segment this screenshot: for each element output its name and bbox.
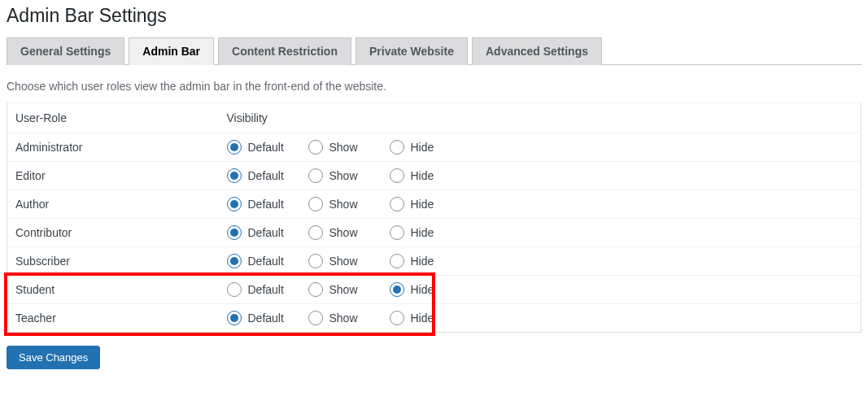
radio-label-hide: Hide (411, 169, 434, 182)
visibility-options: DefaultShowHide (219, 133, 861, 162)
radio-label-show: Show (329, 226, 358, 239)
radio-label-default: Default (248, 169, 284, 182)
radio-default[interactable]: Default (227, 254, 308, 268)
table-wrap: User-Role Visibility AdministratorDefaul… (7, 102, 861, 333)
radio-label-default: Default (248, 198, 284, 211)
visibility-options: DefaultShowHide (219, 276, 861, 304)
radio-hide[interactable]: Hide (390, 197, 471, 211)
radio-label-hide: Hide (411, 226, 434, 239)
radio-show[interactable]: Show (308, 254, 390, 268)
radio-default[interactable]: Default (227, 197, 308, 211)
visibility-options: DefaultShowHide (219, 219, 861, 247)
radio-input-default[interactable] (227, 140, 242, 155)
radio-label-hide: Hide (411, 255, 434, 268)
radio-default[interactable]: Default (227, 311, 308, 325)
radio-label-show: Show (329, 312, 358, 325)
tab-general-settings[interactable]: General Settings (7, 37, 124, 65)
radio-hide[interactable]: Hide (390, 254, 471, 268)
settings-table: User-Role Visibility AdministratorDefaul… (7, 102, 861, 333)
radio-label-default: Default (248, 283, 284, 296)
description-text: Choose which user roles view the admin b… (7, 80, 861, 93)
radio-input-hide[interactable] (390, 311, 404, 325)
radio-input-hide[interactable] (390, 140, 404, 155)
radio-input-show[interactable] (308, 225, 323, 240)
radio-show[interactable]: Show (308, 225, 390, 240)
radio-input-show[interactable] (308, 282, 323, 297)
role-label: Contributor (7, 219, 219, 247)
page-title: Admin Bar Settings (7, 5, 861, 27)
nav-tabs: General SettingsAdmin BarContent Restric… (7, 37, 861, 65)
radio-input-default[interactable] (227, 311, 242, 325)
role-label: Editor (7, 162, 219, 190)
table-row: AuthorDefaultShowHide (7, 190, 861, 219)
radio-show[interactable]: Show (308, 282, 390, 297)
table-row: SubscriberDefaultShowHide (7, 247, 861, 276)
role-label: Subscriber (7, 247, 219, 276)
radio-default[interactable]: Default (227, 282, 308, 297)
radio-label-hide: Hide (411, 198, 434, 211)
radio-label-default: Default (248, 312, 284, 325)
radio-input-show[interactable] (308, 197, 323, 211)
radio-input-hide[interactable] (390, 282, 404, 297)
radio-hide[interactable]: Hide (390, 140, 471, 155)
role-label: Author (7, 190, 219, 219)
radio-input-hide[interactable] (390, 197, 404, 211)
radio-label-show: Show (329, 198, 358, 211)
radio-label-hide: Hide (411, 312, 434, 325)
table-row: TeacherDefaultShowHide (7, 304, 861, 333)
radio-default[interactable]: Default (227, 140, 308, 155)
visibility-options: DefaultShowHide (219, 162, 861, 190)
role-label: Student (7, 276, 219, 304)
radio-show[interactable]: Show (308, 197, 390, 211)
radio-input-hide[interactable] (390, 168, 404, 183)
save-changes-button[interactable]: Save Changes (7, 346, 100, 369)
radio-input-default[interactable] (227, 254, 242, 268)
header-visibility: Visibility (219, 103, 861, 133)
radio-input-show[interactable] (308, 254, 323, 268)
radio-label-show: Show (329, 169, 358, 182)
radio-hide[interactable]: Hide (390, 282, 471, 297)
table-row: StudentDefaultShowHide (7, 276, 861, 304)
radio-label-hide: Hide (411, 283, 434, 296)
radio-default[interactable]: Default (227, 168, 308, 183)
radio-hide[interactable]: Hide (390, 225, 471, 240)
radio-input-show[interactable] (308, 311, 323, 325)
radio-label-default: Default (248, 226, 284, 239)
radio-input-default[interactable] (227, 225, 242, 240)
radio-hide[interactable]: Hide (390, 311, 471, 325)
table-row: AdministratorDefaultShowHide (7, 133, 861, 162)
table-header-row: User-Role Visibility (7, 103, 861, 133)
visibility-options: DefaultShowHide (219, 247, 861, 276)
radio-default[interactable]: Default (227, 225, 308, 240)
radio-input-show[interactable] (308, 140, 323, 155)
role-label: Administrator (7, 133, 219, 162)
tab-admin-bar[interactable]: Admin Bar (129, 37, 214, 65)
table-row: ContributorDefaultShowHide (7, 219, 861, 247)
role-label: Teacher (7, 304, 219, 333)
radio-label-hide: Hide (411, 141, 434, 154)
visibility-options: DefaultShowHide (219, 190, 861, 219)
tab-private-website[interactable]: Private Website (355, 37, 468, 65)
radio-label-default: Default (248, 141, 284, 154)
radio-show[interactable]: Show (308, 168, 390, 183)
radio-label-default: Default (248, 255, 284, 268)
radio-input-default[interactable] (227, 197, 242, 211)
radio-show[interactable]: Show (308, 140, 390, 155)
table-row: EditorDefaultShowHide (7, 162, 861, 190)
radio-hide[interactable]: Hide (390, 168, 471, 183)
radio-input-default[interactable] (227, 168, 242, 183)
header-user-role: User-Role (7, 103, 219, 133)
radio-label-show: Show (329, 141, 358, 154)
radio-input-show[interactable] (308, 168, 323, 183)
radio-input-hide[interactable] (390, 225, 404, 240)
radio-show[interactable]: Show (308, 311, 390, 325)
tab-advanced-settings[interactable]: Advanced Settings (472, 37, 602, 65)
radio-label-show: Show (329, 283, 358, 296)
radio-label-show: Show (329, 255, 358, 268)
visibility-options: DefaultShowHide (219, 304, 861, 333)
radio-input-hide[interactable] (390, 254, 404, 268)
tab-content-restriction[interactable]: Content Restriction (218, 37, 351, 65)
radio-input-default[interactable] (227, 282, 242, 297)
